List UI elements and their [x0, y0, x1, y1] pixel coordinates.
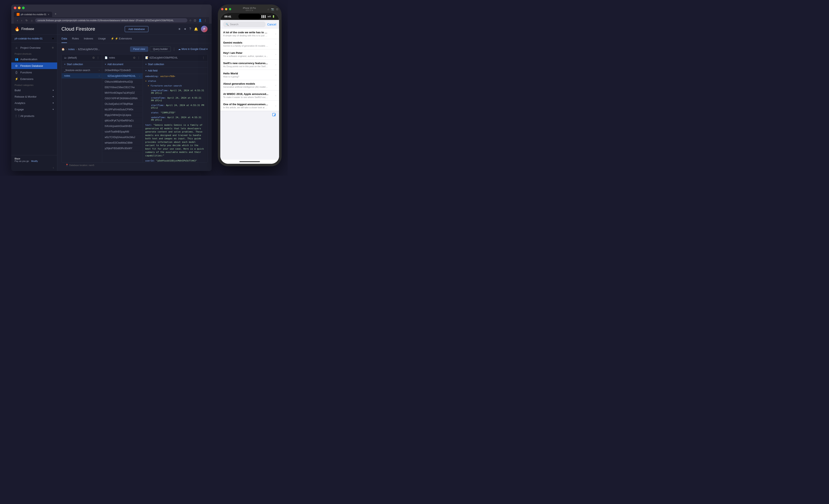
doc-item-12[interactable]: w5z7CXDqGAeuuK0e1MuJ — [102, 135, 142, 140]
panel-view-button[interactable]: Panel view — [130, 46, 148, 52]
add-field-button[interactable]: + Add field — [143, 68, 207, 74]
doc-item-14[interactable]: y26jksfYBSd83Rv30sWY — [102, 146, 142, 151]
query-builder-button[interactable]: Query builder — [150, 46, 171, 52]
field-state[interactable]: state: "COMPLETED" — [143, 110, 207, 115]
field-text[interactable]: text: "Gemini models Gemini is a family … — [143, 122, 207, 158]
note-item-0[interactable]: A lot of the code we write has to de... … — [220, 29, 279, 39]
more-in-google-cloud-button[interactable]: ☁ More in Google Cloud ▾ — [178, 48, 208, 50]
note-title-3: Swift's new concurrency features... — [223, 62, 268, 65]
note-item-5[interactable]: About generative models Generative artif… — [220, 80, 279, 91]
sidebar-item-engage[interactable]: Engage ▾ — [11, 106, 57, 113]
sidebar-item-firestore[interactable]: ⊙ Firestore Database — [11, 63, 57, 69]
field-complete-time[interactable]: completeTime: April 24, 2024 at 4:55:31 … — [143, 88, 207, 96]
doc-item-9[interactable]: qWzv0FyKTqYl0wR8YaCc — [102, 118, 142, 123]
browser-tab[interactable]: pfr-codelab-fvs-mobile-01 ✕ — [14, 12, 52, 17]
extension-icon[interactable]: ⊡ — [194, 19, 196, 22]
sidebar-item-authentication[interactable]: 👥 Authentication — [11, 56, 57, 63]
avatar[interactable]: P — [201, 26, 208, 32]
collection-item-notes[interactable]: notes › — [62, 73, 102, 79]
collection-column-title: 📄 notes — [105, 56, 115, 59]
back-button[interactable]: ‹ — [16, 19, 19, 23]
notifications-icon[interactable]: 🔔 — [194, 27, 198, 31]
more-options-icon[interactable]: ⋮ — [172, 47, 176, 51]
note-item-4[interactable]: Hello World How is it going? › — [220, 70, 279, 80]
bookmark-icon[interactable]: ☆ — [189, 19, 192, 22]
url-input[interactable] — [35, 18, 187, 23]
firebase-logo-icon: 🔥 — [14, 27, 20, 31]
help-icon[interactable]: ? — [189, 27, 191, 31]
breadcrumb-home-icon[interactable]: 🏠 — [62, 48, 65, 51]
close-btn[interactable] — [14, 7, 16, 9]
add-database-button[interactable]: Add database — [125, 26, 148, 32]
database-column-actions[interactable]: ⚙ ⋮ — [92, 56, 100, 59]
doc-item-11[interactable]: vzsrfrTsa6thBSpapN6l — [102, 129, 142, 135]
tab-extensions[interactable]: ⚡ ⚡ Extensions — [111, 35, 132, 43]
sidebar-toggle-button[interactable]: ‹ — [11, 165, 57, 171]
doc-item-13[interactable]: wHaeorE0CIedtWaCIBMr — [102, 140, 142, 146]
notes-search-field[interactable]: 🔍 Search — [223, 22, 265, 27]
account-icon[interactable]: 👤 — [198, 19, 202, 22]
doc-start-collection-button[interactable]: + Start collection — [143, 61, 207, 68]
tab-close-icon[interactable]: ✕ — [48, 13, 49, 15]
filter-icon[interactable]: ⚙ — [92, 56, 95, 59]
collection-item-vector-search[interactable]: _firestore-vector-search › — [62, 68, 102, 73]
collection-column-actions[interactable]: ⚙ ⋮ — [133, 56, 140, 59]
note-item-6[interactable]: At WWDC 2019, Apple announced... To make… — [220, 91, 279, 101]
start-collection-button[interactable]: + Start collection — [62, 61, 102, 68]
note-item-7[interactable]: One of the biggest announcements... In t… — [220, 101, 279, 111]
menu-icon[interactable]: ⋮ — [204, 19, 207, 22]
field-start-time[interactable]: startTime: April 24, 2024 at 4:55:31 PM … — [143, 103, 207, 110]
doc-item-10[interactable]: tVKnHcjvwlnhOoe09VB3 — [102, 123, 142, 129]
field-create-time[interactable]: createTime: April 24, 2024 at 4:55:21 PM… — [143, 96, 207, 103]
refresh-button[interactable]: ↻ — [25, 19, 29, 23]
doc-item-2[interactable]: CMucncM80a6mtHuoD2ji — [102, 79, 142, 85]
tab-rules[interactable]: Rules — [72, 35, 79, 43]
doc-item-4[interactable]: MI4YKm6Olapw7aLWVyDZ — [102, 90, 142, 96]
note-item-1[interactable]: Gemini models Gemini is a family of gene… — [220, 39, 279, 49]
modify-plan-link[interactable]: Modify — [31, 160, 38, 162]
sidebar-item-all-products[interactable]: ⋮⋮ All products — [11, 113, 57, 119]
compose-note-button[interactable] — [272, 113, 276, 118]
col1-menu-icon[interactable]: ⋮ — [97, 56, 100, 59]
forward-button[interactable]: › — [20, 19, 23, 23]
document-column-actions[interactable]: ⋮ — [202, 56, 205, 59]
fullscreen-btn[interactable] — [22, 7, 25, 9]
doc-item-8[interactable]: li5gqJcNtHeQmJyLkpea — [102, 112, 142, 118]
sidebar-item-extensions[interactable]: ⚡ Extensions — [11, 76, 57, 82]
filter-icon-2[interactable]: ⚙ — [133, 56, 136, 59]
field-update-time[interactable]: updateTime: April 24, 2024 at 4:55:31 PM… — [143, 115, 207, 122]
doc-item-7[interactable]: kbJJPFafXmbSutuCFW0x — [102, 107, 142, 112]
field-vector-search[interactable]: ▾ firestore-vector-search — [143, 83, 207, 88]
breadcrumb-notes[interactable]: notes — [68, 48, 75, 51]
doc-item-0[interactable]: 243ee9h6kpv7ZzdxdoD — [102, 68, 142, 73]
new-tab-button[interactable]: + — [53, 11, 58, 17]
doc-item-5[interactable]: OSGYXPF4F2K6NWmS3Rbh — [102, 96, 142, 101]
sidebar-project-selector[interactable]: pfr-codelab-fvs-mobile-01 ▾ — [11, 35, 57, 43]
add-document-button[interactable]: + Add document — [102, 61, 142, 68]
col3-menu-icon[interactable]: ⋮ — [202, 56, 205, 59]
doc-item-1[interactable]: ⋮ 6ZDaUg9t4VO5lbPREAIL › — [102, 73, 142, 79]
sidebar-item-functions[interactable]: {} Functions — [11, 69, 57, 76]
note-item-3[interactable]: Swift's new concurrency features... As D… — [220, 60, 279, 70]
sidebar-item-project-overview[interactable]: ⌂ Project Overview ⚙ — [11, 44, 57, 51]
iphone-model-label: iPhone 15 Pro — [243, 7, 256, 9]
sidebar-item-release-monitor[interactable]: Release & Monitor ▾ — [11, 94, 57, 100]
doc-item-3[interactable]: EB2Yh9xw1S6ecCB1C7Ae — [102, 85, 142, 90]
sidebar-item-analytics[interactable]: Analytics ▾ — [11, 100, 57, 106]
tab-data[interactable]: Data — [62, 35, 67, 43]
browser-tabs: pfr-codelab-fvs-mobile-01 ✕ + — [14, 11, 209, 17]
note-item-2[interactable]: Hey! I am Peter I'm a software engineer,… — [220, 49, 279, 60]
field-user-id[interactable]: userId: "pOeHfwsbU1ODjatMdhSPk5kTlH43" — [143, 158, 207, 162]
tab-indexes[interactable]: Indexes — [84, 35, 93, 43]
field-embedding[interactable]: embedding: vector<768> — [143, 74, 207, 79]
doc-item-6[interactable]: OUJsdQa6vLV4T8IqR6ak — [102, 101, 142, 107]
field-status[interactable]: ▾ status — [143, 79, 207, 83]
col2-menu-icon[interactable]: ⋮ — [137, 56, 140, 59]
sparkle-icon[interactable]: ✦ — [184, 27, 186, 31]
home-button[interactable]: ⌂ — [30, 19, 34, 23]
theme-toggle-icon[interactable]: ☀ — [178, 27, 181, 31]
sidebar-item-build[interactable]: Build ▾ — [11, 87, 57, 94]
minimize-btn[interactable] — [18, 7, 21, 9]
tab-usage[interactable]: Usage — [98, 35, 106, 43]
notes-cancel-button[interactable]: Cancel — [267, 23, 276, 26]
